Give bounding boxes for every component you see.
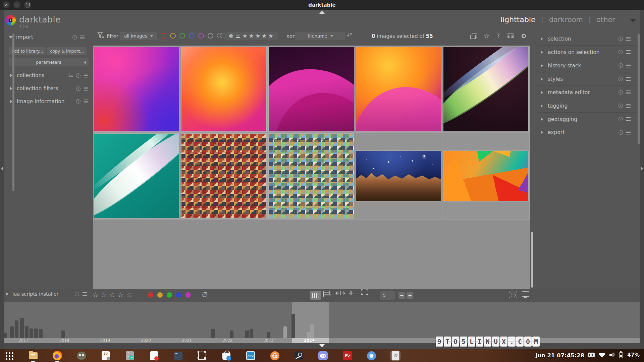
color-label-dot[interactable] [148, 292, 153, 298]
reset-icon[interactable]: i [619, 90, 623, 95]
color-filter-circle[interactable] [179, 33, 185, 39]
minimize-window-button[interactable] [13, 1, 20, 8]
star-icon[interactable]: ★ [249, 33, 255, 39]
color-filter-circle[interactable] [208, 33, 213, 39]
taskbar-system-monitor-icon[interactable] [246, 351, 256, 361]
star-rating-icon[interactable]: ☆ [126, 291, 132, 299]
taskbar-calendar-icon[interactable]: 31 [101, 351, 111, 361]
collapse-left-panel-icon[interactable] [1, 166, 3, 171]
reset-icon[interactable]: i [619, 130, 623, 135]
copy-and-import-button[interactable]: copy & import... [47, 47, 87, 55]
culling-dynamic-button[interactable]: X Y [335, 291, 345, 295]
star-icon[interactable]: ★ [255, 33, 262, 39]
presets-menu-icon[interactable] [626, 64, 631, 67]
sidebar-module-selection[interactable]: selectioni [537, 32, 637, 45]
zoom-out-button[interactable]: − [398, 292, 405, 299]
taskbar-chromium-icon[interactable] [366, 351, 376, 361]
restore-window-button[interactable] [24, 1, 31, 8]
lua-scripts-installer-module[interactable]: lua scripts installer i [6, 291, 90, 297]
taskbar-gthumb-icon[interactable]: C [270, 351, 280, 361]
presets-menu-icon[interactable] [84, 100, 88, 103]
star-rating-icon[interactable]: ☆ [118, 291, 123, 299]
tab-other[interactable]: other [596, 16, 615, 24]
color-filter-circle[interactable] [198, 33, 204, 39]
zero-star-filter-icon[interactable]: ☆ [235, 34, 240, 39]
sidebar-module-geotagging[interactable]: geotaggingi [537, 112, 637, 126]
color-labels-bar[interactable] [148, 292, 191, 298]
tab-darkroom[interactable]: darkroom [549, 16, 583, 24]
taskbar-terminal-icon[interactable] [173, 351, 183, 361]
canvas-scrollbar[interactable] [531, 232, 533, 288]
zoom-in-button[interactable]: + [407, 292, 413, 299]
presets-menu-icon[interactable] [84, 74, 88, 77]
reset-icon[interactable]: i [76, 73, 80, 78]
collapse-right-panel-icon[interactable] [641, 166, 643, 171]
close-window-button[interactable]: ✕ [3, 1, 10, 8]
presets-menu-icon[interactable] [80, 36, 85, 39]
expand-triangle-icon[interactable] [10, 74, 12, 77]
expand-triangle-icon[interactable] [541, 77, 543, 81]
sidebar-module-image-information[interactable]: image informationi [4, 95, 93, 108]
overlays-star-icon[interactable]: ☆ [484, 33, 490, 39]
star-icon[interactable]: ★ [243, 33, 249, 39]
right-panel-edge[interactable] [640, 10, 644, 362]
expand-top-panel-arrow[interactable] [319, 11, 325, 14]
sidebar-module-tagging[interactable]: taggingi [537, 99, 637, 112]
reset-icon[interactable]: i [619, 37, 623, 41]
image-thumbnail-1[interactable] [94, 47, 179, 131]
reset-icon[interactable]: i [619, 117, 623, 121]
expand-bottom-panel-arrow[interactable] [319, 344, 325, 347]
reset-icon[interactable]: i [619, 104, 623, 108]
reject-filter-icon[interactable]: ⊗ [229, 33, 233, 39]
grouping-icon[interactable] [470, 34, 477, 39]
import-module-header[interactable]: import i [9, 33, 89, 42]
presets-menu-icon[interactable] [626, 77, 631, 81]
reset-icon[interactable]: i [619, 50, 623, 54]
shortcuts-keyboard-icon[interactable] [507, 34, 514, 38]
image-thumbnail-6[interactable] [94, 134, 179, 218]
taskbar-settings-icon[interactable]: ⚙ [390, 351, 400, 361]
star-rating-icon[interactable]: ☆ [101, 291, 107, 299]
presets-menu-icon[interactable] [84, 87, 88, 90]
image-thumbnail-4[interactable] [356, 47, 441, 131]
culling-fixed-button[interactable]: X Y [348, 291, 354, 295]
reset-icon[interactable]: i [76, 99, 80, 104]
panel-shade-arrow-icon[interactable] [630, 19, 636, 22]
sort-order-icon[interactable] [68, 73, 73, 77]
star-rating-icon[interactable]: ☆ [93, 291, 98, 299]
taskbar-discord-icon[interactable] [318, 351, 328, 361]
image-thumbnail-3[interactable] [269, 47, 354, 131]
presets-menu-icon[interactable] [626, 117, 631, 121]
sidebar-module-collection-filters[interactable]: collection filtersi [4, 82, 93, 95]
filemanager-view-button[interactable] [310, 291, 321, 300]
sidebar-module-metadata-editor[interactable]: metadata editori [537, 85, 637, 99]
image-thumbnail-7[interactable] [181, 134, 266, 218]
color-filter-circle[interactable] [161, 33, 166, 39]
expand-triangle-icon[interactable] [541, 51, 543, 54]
help-icon[interactable]: ? [497, 33, 500, 39]
reset-icon[interactable]: i [619, 77, 623, 81]
color-label-dot[interactable] [167, 292, 172, 298]
star-icon[interactable]: ★ [268, 33, 275, 39]
taskbar-filezilla-icon[interactable]: Fz [342, 351, 352, 361]
presets-menu-icon[interactable] [626, 104, 631, 108]
color-label-dot[interactable] [185, 292, 191, 298]
sidebar-module-styles[interactable]: stylesi [537, 72, 637, 85]
presets-menu-icon[interactable] [626, 50, 631, 54]
left-panel-edge[interactable] [0, 10, 4, 362]
display-profile-button[interactable] [522, 291, 529, 297]
expand-triangle-icon[interactable] [10, 87, 12, 90]
reset-icon[interactable]: i [619, 63, 623, 68]
taskbar-software-icon[interactable] [221, 351, 231, 361]
sidebar-module-export[interactable]: exporti [537, 126, 637, 139]
taskbar-app-grid-icon[interactable] [4, 351, 14, 361]
color-filter-circle[interactable] [170, 33, 176, 39]
left-panel-scrollbar[interactable] [12, 34, 14, 191]
image-thumbnail-2[interactable] [181, 47, 266, 131]
taskbar-status-area[interactable]: 47% [588, 352, 640, 358]
expand-triangle-icon[interactable] [541, 91, 543, 94]
expand-triangle-icon[interactable] [6, 292, 8, 296]
sidebar-module-collections[interactable]: collectionsi [4, 69, 93, 82]
presets-menu-icon[interactable] [626, 37, 631, 41]
taskbar-text-editor-icon[interactable] [149, 351, 159, 361]
